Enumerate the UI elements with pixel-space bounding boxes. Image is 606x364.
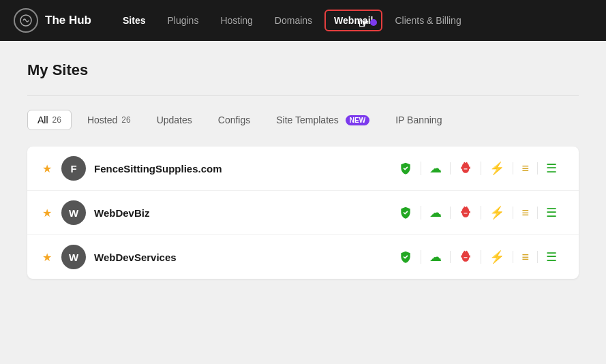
tab-hosted[interactable]: Hosted 26 bbox=[77, 110, 141, 130]
bolt-icon[interactable]: ⚡ bbox=[489, 162, 504, 175]
bolt-icon[interactable]: ⚡ bbox=[489, 207, 504, 219]
table-row[interactable]: ★ W WebDevServices ☁ bbox=[27, 235, 579, 279]
bolt-group: ⚡ bbox=[481, 207, 513, 219]
site-name: FenceSittingSupplies.com bbox=[94, 163, 382, 175]
site-actions: ☁ ⚡ ≡ ☰ bbox=[391, 162, 565, 175]
divider bbox=[27, 95, 579, 96]
cloud-group: ☁ bbox=[421, 207, 451, 219]
star-icon[interactable]: ★ bbox=[41, 162, 53, 175]
plugin-icon[interactable] bbox=[459, 250, 472, 264]
new-badge: NEW bbox=[346, 115, 369, 125]
sites-list: ★ F FenceSittingSupplies.com ☁ bbox=[27, 147, 579, 279]
nav-item-clients-billing[interactable]: Clients & Billing bbox=[385, 10, 470, 31]
avatar: W bbox=[61, 245, 86, 269]
main-nav: Sites Plugins Hosting Domains Webmail ☞ … bbox=[113, 10, 592, 31]
nav-item-plugins[interactable]: Plugins bbox=[157, 10, 208, 31]
cloud-icon[interactable]: ☁ bbox=[429, 251, 442, 263]
layers-icon[interactable]: ≡ bbox=[521, 251, 529, 263]
logo-icon bbox=[14, 8, 38, 33]
header: The Hub Sites Plugins Hosting Domains We… bbox=[0, 0, 606, 41]
logo-text: The Hub bbox=[45, 14, 91, 27]
plugin-icon[interactable] bbox=[459, 162, 472, 175]
site-actions: ☁ ⚡ ≡ ☰ bbox=[391, 206, 565, 219]
layers-group: ≡ bbox=[513, 251, 538, 263]
tab-ip-banning[interactable]: IP Banning bbox=[385, 110, 452, 130]
site-name: WebDevServices bbox=[94, 252, 382, 263]
cloud-group: ☁ bbox=[421, 251, 451, 263]
svg-rect-2 bbox=[466, 162, 468, 164]
shield-icon[interactable] bbox=[399, 162, 412, 175]
bolt-icon[interactable]: ⚡ bbox=[489, 251, 504, 263]
table-row[interactable]: ★ W WebDevBiz ☁ bbox=[27, 191, 579, 235]
avatar: W bbox=[61, 200, 86, 225]
avatar: F bbox=[61, 156, 86, 181]
notification-dot bbox=[370, 19, 377, 26]
cloud-icon[interactable]: ☁ bbox=[429, 162, 442, 175]
layers-icon[interactable]: ≡ bbox=[521, 162, 529, 175]
tab-site-templates[interactable]: Site Templates NEW bbox=[266, 110, 380, 130]
nav-item-sites[interactable]: Sites bbox=[113, 10, 155, 31]
layers-icon[interactable]: ≡ bbox=[521, 207, 529, 219]
uplugin-group bbox=[451, 162, 481, 175]
site-actions: ☁ ⚡ ≡ ☰ bbox=[391, 250, 565, 264]
nav-item-hosting[interactable]: Hosting bbox=[211, 10, 262, 31]
cloud-icon[interactable]: ☁ bbox=[429, 207, 442, 219]
menu-icon[interactable]: ☰ bbox=[546, 251, 557, 263]
tab-bar: All 26 Hosted 26 Updates Configs Site Te… bbox=[27, 110, 579, 130]
cloud-group: ☁ bbox=[421, 162, 451, 175]
site-name: WebDevBiz bbox=[94, 207, 382, 219]
bars-group: ☰ bbox=[538, 207, 565, 219]
menu-icon[interactable]: ☰ bbox=[546, 207, 557, 219]
menu-icon[interactable]: ☰ bbox=[546, 162, 557, 175]
nav-item-webmail[interactable]: Webmail ☞ bbox=[324, 10, 382, 31]
svg-rect-4 bbox=[466, 207, 468, 209]
layers-group: ≡ bbox=[513, 207, 538, 219]
table-row[interactable]: ★ F FenceSittingSupplies.com ☁ bbox=[27, 147, 579, 191]
star-icon[interactable]: ★ bbox=[41, 207, 53, 219]
tab-updates[interactable]: Updates bbox=[147, 110, 202, 130]
bolt-group: ⚡ bbox=[481, 251, 513, 263]
shield-icon[interactable] bbox=[399, 206, 412, 219]
nav-item-domains[interactable]: Domains bbox=[265, 10, 322, 31]
star-icon[interactable]: ★ bbox=[41, 251, 53, 264]
shield-group bbox=[391, 206, 421, 219]
svg-rect-1 bbox=[464, 162, 466, 164]
page-title: My Sites bbox=[27, 61, 579, 79]
tab-configs[interactable]: Configs bbox=[208, 110, 260, 130]
bars-group: ☰ bbox=[538, 251, 565, 263]
logo-area: The Hub bbox=[14, 8, 91, 33]
svg-rect-5 bbox=[464, 251, 466, 253]
main-content: My Sites All 26 Hosted 26 Updates Config… bbox=[0, 41, 606, 364]
svg-rect-3 bbox=[464, 207, 466, 209]
shield-icon[interactable] bbox=[399, 250, 412, 264]
layers-group: ≡ bbox=[513, 162, 538, 175]
plugin-icon[interactable] bbox=[459, 206, 472, 219]
bolt-group: ⚡ bbox=[481, 162, 513, 175]
cursor-icon: ☞ bbox=[358, 16, 369, 31]
svg-rect-6 bbox=[466, 251, 468, 253]
bars-group: ☰ bbox=[538, 162, 565, 175]
uplugin-group bbox=[451, 206, 481, 219]
tab-all[interactable]: All 26 bbox=[27, 110, 72, 130]
uplugin-group bbox=[451, 250, 481, 264]
shield-group bbox=[391, 162, 421, 175]
shield-group bbox=[391, 250, 421, 264]
